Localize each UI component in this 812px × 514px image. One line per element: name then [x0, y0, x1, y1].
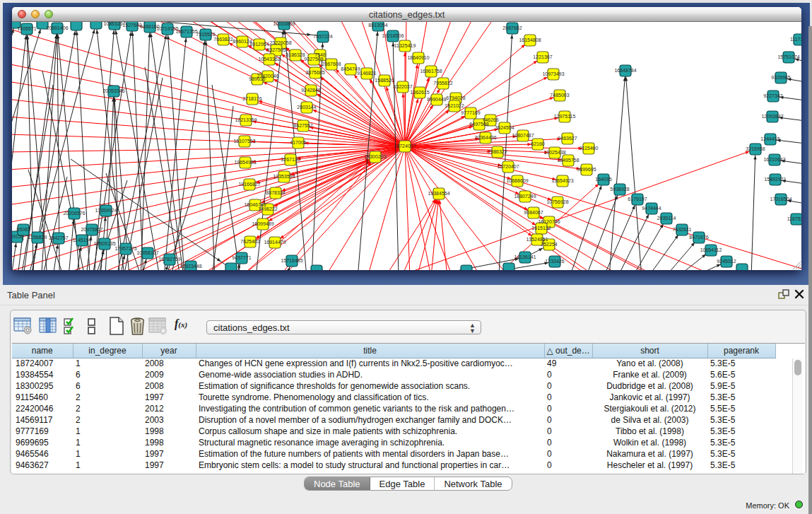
svg-text:19166827: 19166827	[238, 182, 260, 187]
svg-text:85081: 85081	[16, 227, 30, 232]
svg-text:12213369: 12213369	[235, 117, 257, 122]
svg-text:1145194: 1145194	[73, 238, 92, 243]
svg-text:9146821: 9146821	[357, 71, 376, 76]
svg-text:18640910: 18640910	[407, 55, 429, 60]
svg-text:14136141: 14136141	[514, 255, 536, 259]
svg-text:12093832: 12093832	[761, 114, 783, 119]
svg-text:7663822: 7663822	[213, 37, 233, 42]
svg-text:16099489: 16099489	[252, 221, 273, 226]
svg-text:16961758: 16961758	[420, 69, 442, 74]
svg-text:9084067: 9084067	[524, 210, 543, 215]
svg-text:12505135: 12505135	[93, 241, 115, 246]
svg-text:2935114: 2935114	[657, 216, 676, 221]
svg-text:19384554: 19384554	[428, 191, 449, 196]
svg-text:10025438: 10025438	[543, 150, 565, 155]
svg-text:12353594: 12353594	[273, 174, 295, 179]
svg-text:2867608: 2867608	[322, 62, 341, 66]
svg-text:16648784: 16648784	[614, 68, 636, 73]
svg-text:16914479: 16914479	[264, 240, 286, 245]
svg-text:7857224: 7857224	[313, 34, 332, 39]
svg-text:18807249: 18807249	[514, 194, 536, 199]
svg-text:6497568: 6497568	[469, 122, 488, 127]
svg-text:1621022: 1621022	[445, 103, 464, 108]
svg-text:9329965: 9329965	[771, 75, 790, 80]
svg-text:10688609: 10688609	[506, 178, 528, 183]
svg-text:20206576: 20206576	[63, 211, 85, 216]
svg-text:6179197: 6179197	[628, 197, 647, 201]
svg-text:1498222: 1498222	[258, 206, 277, 211]
svg-text:12975115: 12975115	[554, 114, 576, 119]
svg-text:16107553: 16107553	[233, 139, 255, 144]
svg-text:11325419: 11325419	[394, 43, 416, 48]
svg-text:20975867: 20975867	[81, 227, 102, 232]
svg-text:9899695: 9899695	[577, 167, 596, 172]
svg-text:9245012: 9245012	[717, 259, 736, 264]
svg-text:8912954: 8912954	[249, 42, 269, 47]
svg-text:19218506: 19218506	[382, 33, 404, 38]
svg-text:5938928: 5938928	[610, 187, 629, 192]
svg-text:9457771: 9457771	[232, 255, 251, 260]
svg-text:8427552: 8427552	[293, 123, 312, 128]
svg-text:989635: 989635	[249, 76, 265, 81]
svg-text:15716485: 15716485	[281, 258, 302, 263]
svg-text:7625402: 7625402	[240, 239, 259, 244]
svg-text:16154808: 16154808	[519, 37, 541, 42]
svg-text:10958107: 10958107	[136, 250, 158, 255]
svg-text:16120746: 16120746	[538, 219, 560, 224]
svg-text:1362615: 1362615	[410, 90, 429, 95]
svg-text:15892971: 15892971	[764, 177, 786, 182]
svg-text:8471676: 8471676	[689, 235, 708, 240]
svg-text:2718176: 2718176	[242, 96, 261, 101]
svg-text:1167534: 1167534	[787, 216, 801, 221]
svg-text:16671355: 16671355	[175, 29, 197, 34]
svg-text:10756928: 10756928	[546, 199, 568, 204]
svg-text:2803144: 2803144	[297, 105, 316, 110]
svg-text:1405571: 1405571	[17, 26, 36, 31]
svg-text:10807487: 10807487	[512, 133, 534, 138]
svg-text:9474444: 9474444	[642, 206, 661, 211]
svg-text:20364436: 20364436	[474, 135, 496, 140]
svg-text:9777169: 9777169	[461, 110, 480, 115]
svg-text:20053346: 20053346	[102, 88, 124, 93]
svg-text:3624554: 3624554	[495, 125, 514, 130]
svg-text:7632611: 7632611	[673, 227, 692, 232]
svg-text:7986322: 7986322	[488, 149, 507, 154]
svg-text:417006: 417006	[290, 140, 306, 145]
svg-text:20691406: 20691406	[46, 25, 68, 30]
svg-text:1244415: 1244415	[760, 136, 779, 141]
svg-text:1117304: 1117304	[790, 37, 801, 42]
svg-text:10973493: 10973493	[542, 71, 564, 76]
svg-text:7485003: 7485003	[550, 93, 569, 98]
svg-text:6794028: 6794028	[446, 95, 465, 100]
svg-text:3267130: 3267130	[281, 157, 300, 162]
svg-text:8878334: 8878334	[266, 190, 285, 195]
svg-text:13654923: 13654923	[551, 178, 573, 183]
svg-text:1733426: 1733426	[545, 259, 564, 264]
svg-text:1221367: 1221367	[533, 54, 552, 59]
svg-text:9242848: 9242848	[301, 88, 320, 93]
svg-text:19654983: 19654983	[234, 160, 256, 165]
svg-text:8322037: 8322037	[393, 84, 412, 89]
svg-text:3875685: 3875685	[305, 70, 324, 75]
svg-text:8186328: 8186328	[286, 52, 305, 57]
svg-text:2687682: 2687682	[502, 25, 522, 30]
svg-text:16782759: 16782759	[158, 257, 180, 262]
svg-text:1615132: 1615132	[531, 226, 551, 230]
svg-text:13524851: 13524851	[526, 237, 548, 242]
svg-text:746266: 746266	[482, 117, 498, 122]
svg-text:1527602: 1527602	[122, 23, 141, 28]
svg-text:17957275: 17957275	[114, 246, 136, 251]
svg-text:2942757: 2942757	[49, 235, 68, 240]
svg-text:15751074: 15751074	[777, 54, 799, 59]
svg-text:17359924: 17359924	[95, 208, 117, 213]
svg-text:15720407: 15720407	[497, 164, 519, 169]
svg-text:7955812: 7955812	[433, 81, 452, 86]
svg-text:1588520: 1588520	[375, 78, 394, 83]
svg-text:8990448: 8990448	[427, 97, 446, 102]
svg-text:3215958: 3215958	[746, 146, 765, 151]
svg-text:8813054: 8813054	[368, 23, 387, 28]
svg-text:23226058: 23226058	[269, 40, 291, 45]
svg-text:7515526: 7515526	[196, 32, 215, 37]
svg-text:16210643: 16210643	[763, 157, 785, 162]
svg-text:9327505: 9327505	[266, 47, 286, 52]
